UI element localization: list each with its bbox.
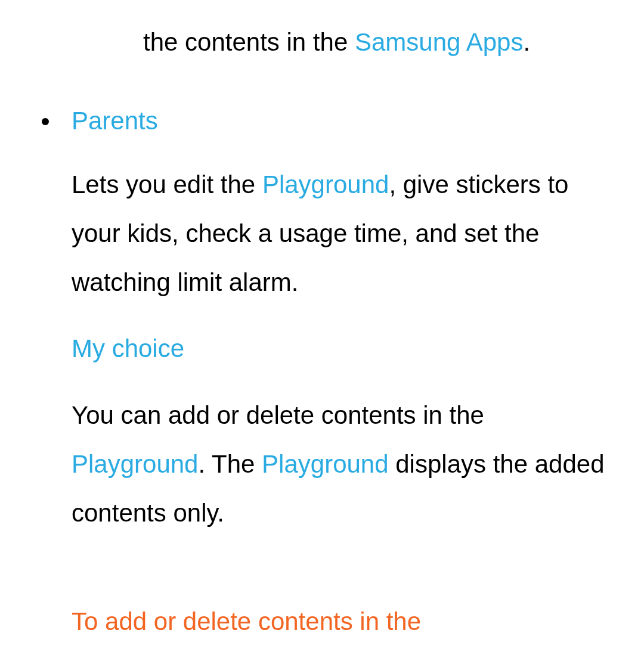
top-fragment-line: the contents in the Samsung Apps.: [24, 18, 620, 67]
para1-pre: Lets you edit the: [72, 170, 262, 198]
samsung-apps-link[interactable]: Samsung Apps: [355, 28, 524, 56]
my-choice-title-block: My choice: [24, 324, 620, 373]
playground-link-2[interactable]: Playground: [72, 450, 198, 478]
bullet-icon: [42, 118, 49, 125]
playground-link-3[interactable]: Playground: [262, 450, 388, 478]
parents-title[interactable]: Parents: [72, 97, 158, 145]
my-choice-description: You can add or delete contents in the Pl…: [24, 391, 620, 538]
para2-mid: . The: [198, 450, 262, 478]
orange-heading: To add or delete contents in the: [72, 607, 421, 635]
playground-link-1[interactable]: Playground: [262, 170, 389, 198]
orange-heading-block: To add or delete contents in the: [24, 597, 620, 646]
top-fragment-post: .: [523, 28, 530, 56]
parents-description: Lets you edit the Playground, give stick…: [24, 160, 620, 307]
para2-pre: You can add or delete contents in the: [72, 401, 484, 429]
bullet-list-item: Parents: [24, 97, 620, 145]
top-fragment-pre: the contents in the: [143, 28, 355, 56]
my-choice-title[interactable]: My choice: [72, 334, 184, 362]
